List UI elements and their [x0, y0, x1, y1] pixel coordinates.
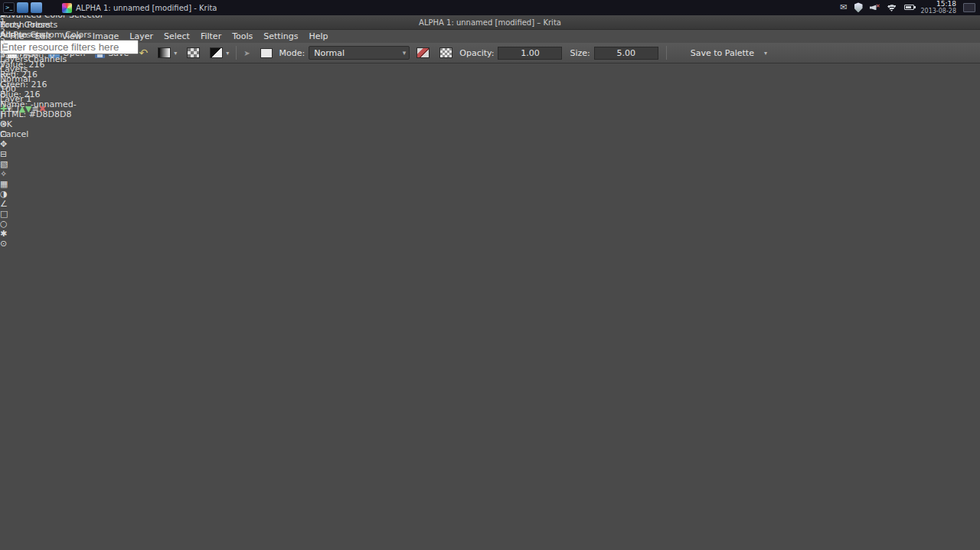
- wifi-icon[interactable]: [887, 4, 897, 11]
- ok-label: OK: [0, 119, 12, 129]
- right-docker-panel: Advanced Color SelectorTool Options Adva…: [0, 0, 155, 114]
- shield-icon[interactable]: [854, 2, 863, 12]
- toolbar-separator: [236, 46, 237, 60]
- mirror-horizontal-button[interactable]: [671, 51, 677, 54]
- menu-help[interactable]: Help: [303, 31, 333, 42]
- system-tray: 15:18 2013-08-28: [840, 1, 980, 15]
- opacity-label: Opacity:: [459, 48, 494, 58]
- opacity-slider[interactable]: 1.00: [498, 47, 562, 60]
- brush-tip-icon: [416, 47, 430, 58]
- move-tool[interactable]: ✥: [0, 139, 17, 149]
- rectangular-select-tool[interactable]: □: [0, 209, 17, 219]
- add-layer-button[interactable]: ✚: [0, 104, 7, 114]
- gradient-tool[interactable]: ▧: [0, 159, 17, 169]
- annotation-circle-3: 3: [0, 37, 10, 47]
- mode-label: Mode:: [279, 48, 305, 58]
- layer-opacity-value: 100: [0, 84, 16, 94]
- layer-blend-mode-value: Normal: [0, 74, 31, 84]
- measure-tool[interactable]: ∠: [0, 199, 17, 209]
- taskbar-launchers: [0, 2, 42, 13]
- annotation-circle-2: 2: [0, 27, 10, 37]
- preset-grid-icon: [439, 47, 452, 58]
- canvas-thumb-icon: [260, 48, 273, 58]
- move-layer-up-button[interactable]: ▲: [19, 104, 25, 114]
- layers-docker-header[interactable]: Layers: [0, 64, 155, 74]
- file-manager-icon[interactable]: [31, 2, 42, 13]
- menu-select[interactable]: Select: [158, 31, 195, 42]
- opacity-fill: [498, 47, 561, 59]
- annotation-circle-4: 4: [0, 47, 10, 57]
- brush-presets-header[interactable]: Brush Presets: [0, 20, 155, 30]
- layer-opacity-slider[interactable]: 100: [0, 84, 155, 94]
- mail-icon[interactable]: [840, 2, 847, 12]
- taskbar-window-button[interactable]: ALPHA 1: unnamed [modified] - Krita: [62, 3, 217, 13]
- tab-channels[interactable]: Channels: [28, 54, 67, 64]
- layer-blend-mode-select[interactable]: Normal: [0, 74, 155, 84]
- terminal-icon[interactable]: [3, 2, 15, 13]
- blending-mode-select[interactable]: Normal: [309, 46, 410, 60]
- pattern-chooser-button[interactable]: [184, 46, 203, 60]
- preset-filter-select[interactable]: All Presets: [0, 30, 155, 40]
- blending-mode-value: Normal: [314, 48, 345, 58]
- krita-logo-icon: [62, 3, 72, 13]
- clock[interactable]: 15:18 2013-08-28: [921, 1, 957, 15]
- layer-buttons: ✚▾❏▲▼≡✖: [0, 104, 155, 114]
- layer-name: Layer 1: [0, 94, 31, 104]
- gradient-chooser-button[interactable]: [155, 46, 180, 60]
- bw-gradient-icon: [210, 47, 223, 58]
- cancel-label: Cancel: [0, 129, 28, 139]
- window-title: ALPHA 1: unnamed [modified] – Krita: [419, 18, 561, 27]
- mirror-vertical-button[interactable]: [681, 51, 687, 54]
- pattern-fill-tool[interactable]: ▦: [0, 179, 17, 189]
- toolbar-separator: [666, 46, 667, 60]
- taskbar-window-title: ALPHA 1: unnamed [modified] - Krita: [76, 4, 217, 12]
- menu-filter[interactable]: Filter: [195, 31, 227, 42]
- battery-icon[interactable]: [904, 5, 914, 10]
- contiguous-select-tool[interactable]: ⊙: [0, 239, 17, 249]
- size-label: Size:: [570, 48, 590, 58]
- menu-settings[interactable]: Settings: [258, 31, 303, 42]
- layer-properties-button[interactable]: ≡: [32, 104, 39, 114]
- delete-layer-button[interactable]: ✖: [39, 104, 46, 114]
- layer-list: Layer 1: [0, 94, 155, 104]
- menu-tools[interactable]: Tools: [227, 31, 258, 42]
- layer-tabs: LayersChannels: [0, 54, 155, 64]
- show-canvas-only-button[interactable]: [257, 47, 276, 60]
- annotation-circle-1: 1: [0, 17, 10, 27]
- freehand-select-tool[interactable]: ✱: [0, 229, 17, 239]
- size-fill: [595, 47, 658, 59]
- fill-tool[interactable]: ◑: [0, 189, 17, 199]
- move-layer-down-button[interactable]: ▼: [25, 104, 31, 114]
- krita-window: ALPHA 1: unnamed [modified] - Krita 15:1…: [0, 0, 980, 550]
- ok-button[interactable]: OK: [0, 119, 104, 129]
- system-taskbar: ALPHA 1: unnamed [modified] - Krita 15:1…: [0, 0, 980, 15]
- choose-brush-button[interactable]: [240, 47, 253, 59]
- duplicate-layer-button[interactable]: ❏: [11, 104, 19, 114]
- volume-muted-icon[interactable]: [870, 3, 880, 11]
- edit-brush-settings-button[interactable]: [413, 46, 433, 60]
- fill-gradient-button[interactable]: [207, 46, 232, 60]
- clock-date: 2013-08-28: [921, 8, 957, 15]
- resource-filter-input[interactable]: [0, 40, 139, 54]
- gradient-swatch-icon: [158, 47, 171, 58]
- layers-title: Layers: [0, 64, 28, 74]
- app-launcher-icon[interactable]: [17, 2, 28, 13]
- elliptical-select-tool[interactable]: ○: [0, 219, 17, 229]
- layer-row[interactable]: Layer 1: [0, 94, 155, 104]
- checker-pattern-icon: [187, 47, 200, 58]
- color-picker-tool[interactable]: ✧: [0, 169, 17, 179]
- size-slider[interactable]: 5.00: [594, 47, 658, 60]
- cancel-button[interactable]: Cancel: [0, 129, 104, 139]
- display-icon[interactable]: [963, 3, 975, 12]
- crop-tool[interactable]: ⊟: [0, 149, 17, 159]
- tag-button[interactable]: [758, 48, 770, 58]
- brush-presets-button[interactable]: [436, 46, 456, 60]
- save-to-palette-button[interactable]: Save to Palette: [691, 48, 754, 58]
